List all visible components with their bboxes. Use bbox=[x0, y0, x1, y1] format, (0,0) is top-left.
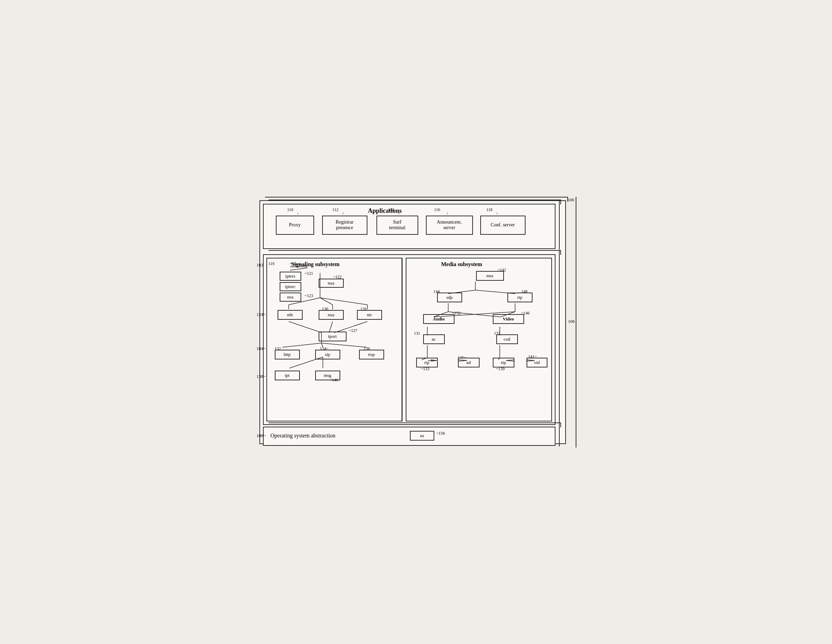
ref-141: 141~ bbox=[528, 354, 537, 359]
ref-134: 134~ bbox=[320, 346, 329, 351]
node-rtsp: rtsp bbox=[359, 350, 384, 359]
app-registrar: Registrarpresence bbox=[322, 216, 367, 235]
ref-114: 114 bbox=[388, 207, 395, 213]
app-surf-terminal: Surfterminal bbox=[376, 216, 418, 235]
app-announcem: Announcem.server bbox=[426, 216, 473, 235]
app-proxy: Proxy bbox=[276, 216, 314, 235]
ref-123: ~123 bbox=[305, 293, 314, 298]
ref-119: 119 bbox=[269, 261, 275, 266]
ref-144: 144 bbox=[434, 289, 440, 294]
os-layer: Operating system abstraction su ~158 bbox=[263, 427, 555, 446]
node-ad: ad bbox=[458, 358, 480, 367]
node-rtp-148: rtp bbox=[507, 293, 533, 302]
ref-122: ~122 bbox=[333, 274, 342, 280]
os-3d-right bbox=[555, 423, 560, 447]
node-rtp-133: rtp bbox=[416, 358, 438, 367]
mid-3d-top bbox=[269, 250, 561, 255]
app-3d-right bbox=[555, 200, 560, 250]
node-audio: Audio bbox=[423, 314, 454, 324]
ref-100: 100 bbox=[568, 197, 574, 203]
ref-146: ~146 bbox=[522, 311, 530, 316]
arrow-116: ↓ bbox=[446, 211, 448, 215]
ref-112: 112 bbox=[333, 207, 339, 213]
ref-138: 138~ bbox=[257, 374, 266, 379]
ref-118: 118 bbox=[486, 207, 493, 213]
arrow-118: ↓ bbox=[496, 211, 498, 215]
ref-126: 126 bbox=[360, 306, 367, 312]
node-nth: nth bbox=[278, 310, 302, 320]
ref-110: 110 bbox=[287, 207, 294, 213]
os-3d-top bbox=[269, 423, 561, 427]
ref-158: ~158 bbox=[436, 431, 445, 436]
signaling-title: Signaling subsystem bbox=[291, 261, 339, 268]
node-cod: cod bbox=[496, 334, 518, 344]
node-sdp: sdp bbox=[437, 293, 462, 302]
node-tport: tport bbox=[318, 332, 347, 341]
node-ipt: ipt bbox=[275, 371, 300, 380]
media-subsystem: Media subsystem mss ~142 sdp 144 rtp 148… bbox=[406, 258, 552, 421]
ref-142: ~142 bbox=[498, 268, 506, 273]
ref-121: ~121 bbox=[305, 271, 314, 276]
ref-116: 116 bbox=[434, 207, 440, 213]
ref-131: 131 bbox=[414, 331, 420, 336]
os-title: Operating system abstraction bbox=[270, 433, 336, 439]
node-iptres: iptres bbox=[280, 272, 301, 281]
ref-106: 106 bbox=[568, 319, 575, 324]
node-rtp-139: rtp bbox=[493, 358, 514, 367]
arrow-110: ↓ bbox=[297, 211, 299, 215]
mid-3d-right bbox=[555, 250, 560, 426]
media-title: Media subsystem bbox=[441, 261, 482, 268]
ref-139: ~139 bbox=[496, 367, 505, 372]
node-su: su bbox=[410, 431, 434, 441]
node-video: Video bbox=[493, 314, 524, 324]
ref-130: 130 bbox=[322, 306, 328, 312]
ref-104: 104~ bbox=[257, 346, 266, 351]
node-ac: ac bbox=[423, 334, 445, 344]
ref-136: 136 bbox=[364, 346, 370, 351]
node-iptsec: iptsec bbox=[280, 282, 301, 291]
ref-124: 124~ bbox=[257, 312, 266, 317]
ref-133: ~133 bbox=[421, 367, 430, 372]
ref-127: ~127 bbox=[349, 328, 358, 333]
node-nua-122: nua bbox=[318, 279, 344, 288]
app-conf-server: Conf. server bbox=[480, 216, 526, 235]
arrow-114: ↓ bbox=[398, 211, 400, 215]
ref-152: ~152 bbox=[453, 311, 461, 316]
ref-132: 132 bbox=[275, 346, 281, 351]
signaling-subsystem: Signaling subsystem 119 iptres ~121 ipts… bbox=[266, 258, 402, 421]
applications-title: Applications bbox=[368, 207, 402, 215]
ref-140: ~140 bbox=[330, 378, 339, 383]
app-3d-top bbox=[269, 200, 561, 205]
ref-148: 148 bbox=[522, 289, 528, 294]
ref-108: 108~ bbox=[257, 433, 266, 439]
node-nea: nea bbox=[280, 293, 301, 302]
diagram-wrapper: 100 Applications 110 ↓ 112 ↓ 114 ↓ 116 ↓… bbox=[256, 197, 576, 447]
applications-layer: Applications 110 ↓ 112 ↓ 114 ↓ 116 ↓ 118… bbox=[263, 204, 555, 249]
arrow-112: ↓ bbox=[342, 211, 344, 215]
